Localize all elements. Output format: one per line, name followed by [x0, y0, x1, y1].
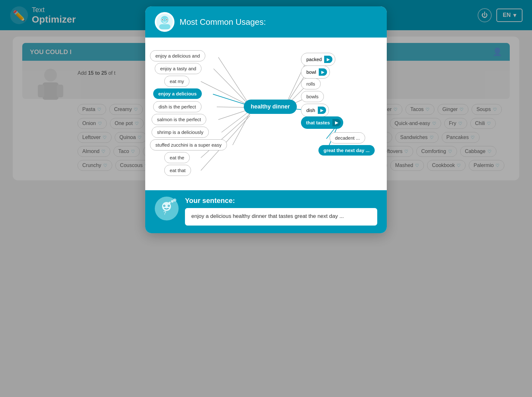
sentence-content: Your sentence: enjoy a delicious healthy… — [185, 197, 377, 226]
svg-point-34 — [164, 205, 165, 206]
svg-point-35 — [168, 205, 169, 206]
mm-node-shrimp[interactable]: shrimp is a deliciously — [152, 127, 209, 138]
svg-point-37 — [169, 202, 171, 204]
mm-node-bowls[interactable]: bowls — [301, 91, 324, 102]
mm-node-dish-perfect[interactable]: dish is the perfect — [153, 101, 201, 112]
mm-node-packed[interactable]: packed ▶ — [301, 53, 335, 66]
svg-line-14 — [214, 69, 250, 106]
that-tastes-arrow[interactable]: ▶ — [332, 119, 341, 126]
mm-node-enjoy-delicious-and[interactable]: enjoy a delicious and — [150, 50, 205, 61]
svg-point-12 — [166, 19, 167, 20]
sentence-text: enjoy a delicious healthy dinner that ta… — [185, 208, 377, 226]
modal-overlay[interactable]: Most Common Usages: — [0, 0, 532, 397]
svg-line-15 — [201, 81, 250, 106]
robot-thinking-icon: ? — [155, 197, 179, 220]
robot-icon — [156, 13, 174, 31]
svg-point-39 — [173, 198, 176, 202]
mm-node-eat-the[interactable]: eat the — [164, 152, 190, 163]
mm-node-rolls[interactable]: rolls — [301, 78, 321, 89]
mm-node-eat-that[interactable]: eat that — [164, 165, 191, 176]
mm-node-enjoy-tasty-and[interactable]: enjoy a tasty and — [155, 63, 201, 74]
mm-node-stuffed[interactable]: stuffed zucchini is a super easy — [150, 139, 227, 150]
modal-title: Most Common Usages: — [180, 17, 266, 27]
svg-line-19 — [222, 111, 250, 132]
svg-point-38 — [171, 200, 174, 203]
svg-line-21 — [201, 114, 250, 158]
sentence-box: ? Your sentence: enjoy a delicious healt… — [145, 190, 387, 233]
sentence-label: Your sentence: — [185, 197, 377, 205]
svg-rect-8 — [159, 24, 170, 29]
svg-point-11 — [162, 19, 163, 20]
modal-header-icon — [155, 12, 174, 32]
svg-line-20 — [233, 112, 250, 145]
dish-arrow[interactable]: ▶ — [318, 107, 326, 114]
mm-node-salmon-perfect[interactable]: salmon is the perfect — [152, 114, 206, 125]
mind-map-area: enjoy a delicious and enjoy a tasty and … — [145, 38, 387, 190]
most-common-usages-modal: Most Common Usages: — [145, 6, 387, 233]
mm-node-bowl[interactable]: bowl ▶ — [301, 66, 330, 79]
svg-line-13 — [218, 57, 250, 106]
mm-node-that-tastes[interactable]: that tastes ▶ — [301, 116, 343, 129]
mm-node-dish[interactable]: dish ▶ — [301, 104, 329, 117]
mm-node-great-next-day[interactable]: great the next day ... — [318, 145, 375, 156]
svg-text:?: ? — [163, 210, 166, 216]
mm-node-decadent[interactable]: decadent ... — [330, 132, 365, 143]
packed-arrow[interactable]: ▶ — [324, 56, 332, 63]
mm-node-healthy-dinner[interactable]: healthy dinner — [244, 100, 297, 114]
modal-header: Most Common Usages: — [145, 6, 387, 38]
mm-node-enjoy-delicious[interactable]: enjoy a delicious — [153, 88, 202, 99]
bowl-arrow[interactable]: ▶ — [319, 68, 327, 76]
mm-node-eat-my[interactable]: eat my — [164, 76, 189, 87]
